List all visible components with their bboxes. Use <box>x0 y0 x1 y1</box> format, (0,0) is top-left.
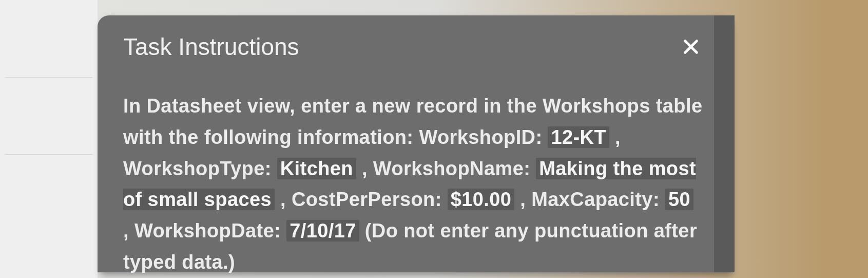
left-panel <box>0 0 98 278</box>
modal-header: Task Instructions <box>123 33 703 61</box>
close-button[interactable] <box>679 34 703 59</box>
value-max-capacity: 50 <box>665 189 693 210</box>
value-workshop-id: 12-KT <box>548 126 609 148</box>
value-workshop-type: Kitchen <box>277 158 356 179</box>
modal-scrollbar[interactable] <box>714 15 735 272</box>
modal-title: Task Instructions <box>123 33 299 61</box>
close-icon <box>682 38 700 55</box>
body-text: , MaxCapacity: <box>514 189 665 210</box>
modal-body: In Datasheet view, enter a new record in… <box>123 90 703 278</box>
value-workshop-date: 7/10/17 <box>286 220 359 242</box>
body-text: , WorkshopName: <box>356 158 536 179</box>
task-instructions-modal: Task Instructions In Datasheet view, ent… <box>98 15 729 272</box>
body-text: , WorkshopDate: <box>123 220 286 242</box>
body-text: , CostPerPerson: <box>275 189 448 210</box>
value-cost-per-person: $10.00 <box>448 189 515 210</box>
